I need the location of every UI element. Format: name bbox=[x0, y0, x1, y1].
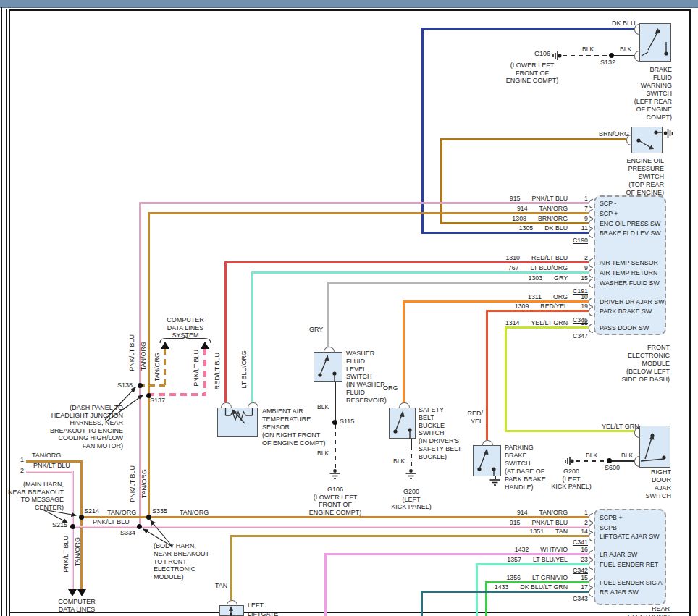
wire-blk-safety bbox=[411, 439, 412, 446]
data-lines-note: COMPUTERDATA LINES bbox=[41, 598, 113, 614]
connector-arc bbox=[227, 600, 237, 606]
wire-lt-blu-org bbox=[251, 271, 589, 274]
ground-icon bbox=[329, 469, 340, 479]
wire-lt-blu-yel bbox=[476, 563, 589, 565]
pin-function: FUEL SENDER SIG A bbox=[600, 579, 663, 586]
wire-color-label: BLK bbox=[317, 450, 329, 457]
wire-color-label: PNK/LT BLU bbox=[193, 350, 200, 387]
wire-row: 1310RED/LT BLU2 bbox=[405, 254, 588, 261]
splice-label: S132 bbox=[600, 59, 615, 66]
switch-symbol bbox=[473, 445, 501, 476]
pin-connector bbox=[589, 560, 593, 570]
pin-function: WASHER FLUID SW bbox=[600, 279, 660, 287]
wire-row: 915PNK/LT BLU1 bbox=[405, 195, 588, 202]
pin-connector bbox=[589, 258, 593, 268]
wiring-diagram-page: 915PNK/LT BLU1 914TAN/ORG7 1308BRN/ORG9 … bbox=[0, 0, 698, 616]
wire-color-label: TAN/ORG bbox=[32, 452, 61, 459]
wire-color-label: GRY bbox=[309, 326, 323, 333]
pin-connector bbox=[589, 513, 593, 523]
data-line-arrow-down-tanorg bbox=[77, 589, 86, 596]
ground-icon bbox=[405, 469, 416, 479]
splice-s600 bbox=[607, 458, 612, 463]
harness-note: (BODY HARN,NEAR BREAKOUTTO FRONTELECTRON… bbox=[154, 542, 209, 581]
wire-yel-lt-grn bbox=[505, 326, 589, 329]
pin-function: SCP - bbox=[600, 200, 616, 207]
wire-tanorg-vert bbox=[148, 212, 150, 519]
connector-arc bbox=[221, 402, 232, 408]
pin-function: RR AJAR SW bbox=[600, 588, 639, 596]
pin-function: PASS DOOR SW bbox=[600, 324, 649, 332]
wire-color-label: BLK bbox=[393, 457, 405, 465]
connector-arc bbox=[399, 402, 410, 408]
wire-color-label: PNK/LT BLU bbox=[129, 465, 136, 502]
component-caption: PARKINGBRAKESWITCH(AT BASE OFPARK BRAKEH… bbox=[505, 444, 546, 491]
pin-number: 2 bbox=[20, 467, 24, 474]
wire-row: 1311ORG10 bbox=[405, 293, 588, 300]
pin-connector bbox=[589, 219, 593, 229]
wire-row: 1303GRY15 bbox=[405, 274, 588, 282]
window-top-bar bbox=[0, 0, 698, 8]
ground-note: G200(LEFTKICK PANEL) bbox=[542, 468, 600, 491]
splice-label: S214 bbox=[84, 507, 99, 515]
ground-note: G106(LOWER LEFTFRONT OFENGINE COMPT) bbox=[306, 486, 365, 516]
system-title: COMPUTERDATA LINESSYSTEM bbox=[155, 316, 216, 339]
ground-note: G200(LEFTKICK PANEL) bbox=[382, 488, 440, 511]
pin-connector bbox=[589, 279, 593, 288]
wire-blk-s132 bbox=[612, 55, 634, 56]
wire-tan-vert bbox=[230, 535, 232, 600]
wire-color-label: TAN/ORG bbox=[180, 509, 209, 516]
splice-label: S215 bbox=[52, 521, 67, 528]
switch-symbol bbox=[314, 352, 342, 382]
pin-function: DRIVER DR AJAR SW bbox=[600, 298, 664, 305]
harness-note: (MAIN HARN,NEAR BREAKOUTTO MESSAGECENTER… bbox=[8, 481, 64, 511]
wire-color-label: LT BLU/ORG bbox=[240, 350, 248, 389]
wire-color-label: YEL bbox=[466, 418, 483, 425]
wire-color-label: BLK bbox=[586, 452, 597, 459]
wire-color-label: BLK bbox=[620, 46, 631, 53]
component-caption: ENGINE OILPRESSURESWITCH(TOP REAROF ENGI… bbox=[626, 157, 664, 197]
wire-color-label: DK BLU bbox=[612, 20, 636, 27]
ground-label: G106 bbox=[523, 50, 550, 57]
splice-label: S138 bbox=[117, 381, 133, 389]
wire-brn-org-top bbox=[440, 138, 626, 140]
wire-color-label: PNK/LT BLU bbox=[93, 518, 130, 526]
wire-row: 1433DK BLU/LT GRN17 bbox=[405, 583, 588, 591]
wire-yel-lt-grn-vert bbox=[505, 326, 507, 432]
connector-label: C347 bbox=[573, 332, 588, 339]
wire-dk-blu-lt-grn bbox=[421, 591, 589, 593]
component-caption: RIGHTDOORAJARSWITCH bbox=[646, 468, 672, 500]
wire-dash-tanorg-v bbox=[164, 349, 166, 387]
pin-function: FUEL SENDER RET bbox=[600, 561, 658, 568]
pin-function: ENG OIL PRESS SW bbox=[600, 220, 660, 227]
pin-connector bbox=[589, 578, 593, 588]
wire-color-label: PNK/LT BLU bbox=[33, 462, 70, 469]
wire-row: 767LT BLU/ORG9 bbox=[405, 264, 588, 271]
wire-pnk-915 bbox=[139, 202, 589, 204]
switch-symbol bbox=[389, 408, 416, 439]
pin-connector bbox=[589, 199, 593, 208]
pin-function: SCPB + bbox=[600, 514, 623, 521]
wire-color-label: TAN/ORG bbox=[154, 353, 161, 381]
wire-org-vert bbox=[403, 300, 405, 402]
connector-arc bbox=[248, 402, 258, 408]
wire-dk-blu-lt-grn-vert bbox=[421, 591, 423, 616]
wire-row: 1314YEL/LT GRN15 bbox=[405, 319, 588, 326]
pin-connector bbox=[589, 298, 593, 307]
switch-symbol bbox=[639, 23, 671, 62]
wire-color-label: RED/ bbox=[466, 410, 483, 417]
splice-label: S334 bbox=[120, 529, 135, 536]
pin-connector bbox=[589, 550, 593, 560]
wire-color-label: BRN/ORG bbox=[599, 130, 629, 138]
wire-color-label: TAN/ORG bbox=[140, 342, 147, 371]
pin-function: AIR TEMP SENSOR bbox=[600, 259, 658, 266]
wire-color-label: ORG bbox=[383, 384, 398, 392]
wire-blk-washer-dash bbox=[335, 424, 336, 469]
pin-connector bbox=[589, 324, 593, 333]
wire-wht-vio-vert bbox=[324, 553, 327, 616]
splice-s115 bbox=[332, 420, 337, 425]
page-border-left-inner2 bbox=[9, 9, 10, 616]
pin-function: BRAKE FLD LEV SW bbox=[600, 229, 661, 237]
wire-blk-safety-dash bbox=[411, 446, 412, 469]
switch-symbol bbox=[631, 127, 663, 153]
wire-color-label: BLK bbox=[621, 452, 633, 459]
